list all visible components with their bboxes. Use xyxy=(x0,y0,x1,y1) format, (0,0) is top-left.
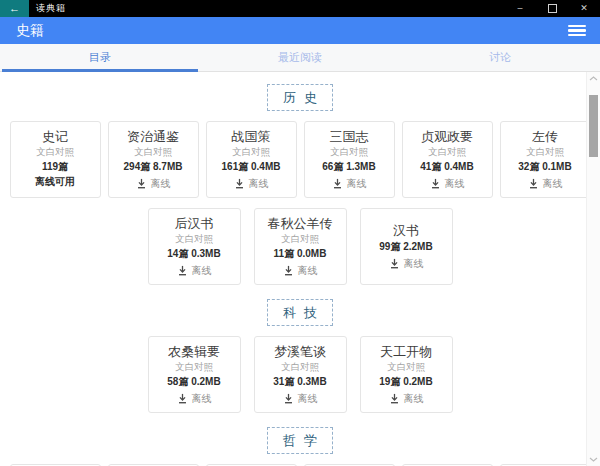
book-title: 三国志 xyxy=(330,130,369,144)
chevron-down-icon xyxy=(589,457,598,462)
book-card-hanshu[interactable]: 汉书 99篇 2.2MB 离线 xyxy=(360,208,453,285)
download-icon xyxy=(283,393,294,404)
book-subtitle: 文白对照 xyxy=(428,147,466,157)
book-stats: 11篇 0.0MB xyxy=(274,248,327,261)
close-button[interactable]: ✕ xyxy=(568,0,600,17)
book-stats: 41篇 0.4MB xyxy=(420,161,473,174)
book-subtitle: 文白对照 xyxy=(281,362,319,372)
download-icon xyxy=(332,178,343,189)
maximize-icon xyxy=(548,4,557,13)
book-subtitle: 文白对照 xyxy=(330,147,368,157)
tab-discussion[interactable]: 讨论 xyxy=(400,44,600,71)
download-icon xyxy=(283,265,294,276)
book-stats: 66篇 1.3MB xyxy=(322,161,375,174)
book-stats: 14篇 0.3MB xyxy=(167,248,220,261)
book-card-tiangongkaiwu[interactable]: 天工开物 文白对照 19篇 0.2MB 离线 xyxy=(360,336,453,413)
offline-download-button[interactable]: 离线 xyxy=(389,393,424,404)
book-title: 梦溪笔谈 xyxy=(274,345,326,359)
book-title: 左传 xyxy=(532,130,558,144)
book-card-nongsangjiyao[interactable]: 农桑辑要 文白对照 58篇 0.2MB 离线 xyxy=(148,336,241,413)
minimize-button[interactable]: – xyxy=(504,0,536,17)
book-card-zhanguoce[interactable]: 战国策 文白对照 161篇 0.4MB 离线 xyxy=(206,121,297,198)
close-icon: ✕ xyxy=(580,4,588,13)
book-card-zuozhuan[interactable]: 左传 文白对照 32篇 0.1MB 离线 xyxy=(500,121,591,198)
book-subtitle: 文白对照 xyxy=(36,147,74,157)
book-card-houhanshu[interactable]: 后汉书 文白对照 14篇 0.3MB 离线 xyxy=(148,208,241,285)
book-stats: 32篇 0.1MB xyxy=(518,161,571,174)
offline-label: 离线 xyxy=(404,394,424,404)
offline-download-button[interactable]: 离线 xyxy=(283,265,318,276)
book-card-chunqiugongyangzhuan[interactable]: 春秋公羊传 文白对照 11篇 0.0MB 离线 xyxy=(254,208,347,285)
back-arrow-icon: ← xyxy=(9,3,20,14)
download-icon xyxy=(389,393,400,404)
offline-download-button[interactable]: 离线 xyxy=(430,178,465,189)
book-card-shiji[interactable]: 史记 文白对照 119篇 离线可用 xyxy=(10,121,101,198)
tab-label: 最近阅读 xyxy=(278,50,322,65)
content-area: 历史 史记 文白对照 119篇 离线可用 资治通鉴 文白对照 294篇 8.7M… xyxy=(0,72,600,466)
book-title: 农桑辑要 xyxy=(168,345,220,359)
tab-recent-reading[interactable]: 最近阅读 xyxy=(200,44,400,71)
book-card-zhenguanzhengyao[interactable]: 贞观政要 文白对照 41篇 0.4MB 离线 xyxy=(402,121,493,198)
download-icon xyxy=(177,393,188,404)
back-button[interactable]: ← xyxy=(0,0,29,17)
offline-label: 离线 xyxy=(347,179,367,189)
menu-icon[interactable] xyxy=(568,25,586,37)
book-subtitle: 文白对照 xyxy=(387,362,425,372)
offline-download-button[interactable]: 离线 xyxy=(283,393,318,404)
page-title: 史籍 xyxy=(16,22,568,40)
book-title: 贞观政要 xyxy=(421,130,473,144)
offline-label: 离线 xyxy=(192,394,212,404)
book-subtitle: 文白对照 xyxy=(134,147,172,157)
offline-download-button[interactable]: 离线 xyxy=(528,178,563,189)
book-stats: 119篇 xyxy=(42,161,68,174)
app-title: 读典籍 xyxy=(29,0,504,17)
offline-label: 离线 xyxy=(192,266,212,276)
offline-download-button[interactable]: 离线 xyxy=(332,178,367,189)
book-stats: 58篇 0.2MB xyxy=(167,376,220,389)
book-card-zizhitongjian[interactable]: 资治通鉴 文白对照 294篇 8.7MB 离线 xyxy=(108,121,199,198)
scrollbar-thumb[interactable] xyxy=(589,95,598,157)
book-subtitle: 文白对照 xyxy=(175,362,213,372)
book-stats: 161篇 0.4MB xyxy=(222,161,281,174)
book-subtitle: 文白对照 xyxy=(526,147,564,157)
book-stats: 31篇 0.3MB xyxy=(273,376,326,389)
section-label-philosophy: 哲学 xyxy=(267,427,333,454)
download-icon xyxy=(528,178,539,189)
book-card-sanguozhi[interactable]: 三国志 文白对照 66篇 1.3MB 离线 xyxy=(304,121,395,198)
book-subtitle: 文白对照 xyxy=(232,147,270,157)
offline-label: 离线 xyxy=(445,179,465,189)
scroll-down-arrow[interactable] xyxy=(589,453,598,466)
window-controls: – ✕ xyxy=(504,0,600,17)
book-title: 史记 xyxy=(42,130,68,144)
offline-download-button[interactable]: 离线 xyxy=(177,265,212,276)
offline-download-button[interactable]: 离线 xyxy=(234,178,269,189)
tab-catalog[interactable]: 目录 xyxy=(0,44,200,71)
book-stats: 99篇 2.2MB xyxy=(379,241,432,254)
book-subtitle: 文白对照 xyxy=(175,234,213,244)
book-title: 战国策 xyxy=(232,130,271,144)
scroll-up-arrow[interactable] xyxy=(589,72,598,85)
book-card-mengxibitan[interactable]: 梦溪笔谈 文白对照 31篇 0.3MB 离线 xyxy=(254,336,347,413)
card-row: 史记 文白对照 119篇 离线可用 资治通鉴 文白对照 294篇 8.7MB 离… xyxy=(8,121,592,198)
tab-label: 目录 xyxy=(89,50,111,65)
offline-label: 离线 xyxy=(151,179,171,189)
tab-label: 讨论 xyxy=(489,50,511,65)
offline-available-label: 离线可用 xyxy=(35,176,75,189)
download-icon xyxy=(430,178,441,189)
card-row: 农桑辑要 文白对照 58篇 0.2MB 离线 梦溪笔谈 文白对照 31篇 0.3… xyxy=(8,336,592,413)
titlebar: ← 读典籍 – ✕ xyxy=(0,0,600,17)
book-title: 汉书 xyxy=(393,224,419,238)
offline-download-button[interactable]: 离线 xyxy=(136,178,171,189)
maximize-button[interactable] xyxy=(536,0,568,17)
download-icon xyxy=(389,258,400,269)
scrollbar[interactable] xyxy=(586,72,600,466)
book-stats: 294篇 8.7MB xyxy=(124,161,183,174)
offline-download-button[interactable]: 离线 xyxy=(177,393,212,404)
book-title: 天工开物 xyxy=(380,345,432,359)
book-stats: 19篇 0.2MB xyxy=(379,376,432,389)
tab-bar: 目录 最近阅读 讨论 xyxy=(0,44,600,72)
download-icon xyxy=(234,178,245,189)
minimize-icon: – xyxy=(517,4,522,13)
app-window: ← 读典籍 – ✕ 史籍 目录 最近阅读 讨论 历史 史记 文白对照 119篇 … xyxy=(0,0,600,466)
offline-download-button[interactable]: 离线 xyxy=(389,258,424,269)
